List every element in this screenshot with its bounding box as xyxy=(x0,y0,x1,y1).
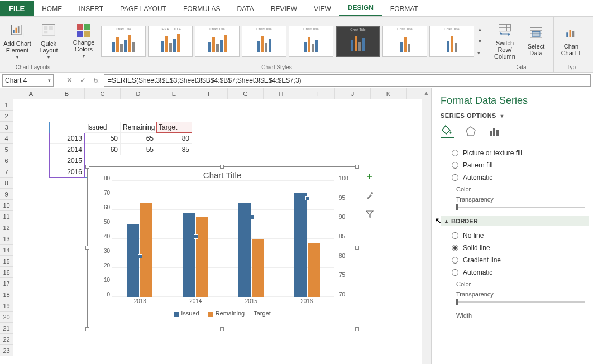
fill-transparency-slider[interactable] xyxy=(456,204,585,210)
x-axis-labels[interactable]: 2013201420152016 xyxy=(112,298,334,304)
border-no-line-radio[interactable]: No line xyxy=(441,229,589,242)
row-header-19[interactable]: 19 xyxy=(0,300,13,312)
row-header-4[interactable]: 4 xyxy=(0,133,13,144)
cell-C3[interactable]: Issued xyxy=(85,122,121,133)
cell-D5[interactable]: 55 xyxy=(121,144,156,155)
effects-tab[interactable] xyxy=(464,124,477,138)
row-header-5[interactable]: 5 xyxy=(0,144,13,155)
tab-page-layout[interactable]: PAGE LAYOUT xyxy=(112,2,175,16)
chart-filters-button[interactable] xyxy=(362,207,377,222)
col-header-K[interactable]: K xyxy=(371,88,407,99)
legend-issued[interactable]: Issued xyxy=(174,310,199,317)
row-header-2[interactable]: 2 xyxy=(0,111,13,122)
col-header-D[interactable]: D xyxy=(121,88,156,99)
row-header-21[interactable]: 21 xyxy=(0,323,13,334)
row-header-6[interactable]: 6 xyxy=(0,155,13,166)
embedded-chart[interactable]: Chart Title 01020304050607080 7075808590… xyxy=(87,166,357,329)
tab-file[interactable]: FILE xyxy=(0,1,34,16)
chart-elements-button[interactable]: + xyxy=(362,169,377,184)
row-header-9[interactable]: 9 xyxy=(0,189,13,200)
legend-remaining[interactable]: Remaining xyxy=(208,310,245,317)
chart-style-3[interactable]: Chart Title xyxy=(195,26,240,57)
border-solid-line-radio[interactable]: Solid line xyxy=(441,242,589,254)
cell-E5[interactable]: 85 xyxy=(156,144,192,155)
name-box[interactable]: Chart 4▾ xyxy=(2,74,54,87)
chart-styles-gallery[interactable]: Chart Title CHART TITLE Chart Title Char… xyxy=(101,26,484,57)
tab-design[interactable]: DESIGN xyxy=(339,1,382,16)
tab-data[interactable]: DATA xyxy=(229,2,262,16)
fill-line-tab[interactable] xyxy=(441,124,454,138)
cell-B7[interactable]: 2016 xyxy=(49,166,85,178)
switch-row-column-button[interactable]: Switch Row/ Column xyxy=(491,22,519,60)
tab-format[interactable]: FORMAT xyxy=(382,2,427,16)
cancel-formula-button[interactable]: ✕ xyxy=(63,74,76,87)
row-header-20[interactable]: 20 xyxy=(0,312,13,323)
col-header-H[interactable]: H xyxy=(264,88,299,99)
row-header-1[interactable]: 1 xyxy=(0,99,13,111)
row-header-16[interactable]: 16 xyxy=(0,267,13,278)
style-gallery-more[interactable]: ▲▼▾ xyxy=(476,26,484,57)
row-header-14[interactable]: 14 xyxy=(0,245,13,256)
tab-home[interactable]: HOME xyxy=(34,2,70,16)
row-header-3[interactable]: 3 xyxy=(0,122,13,133)
fill-automatic-radio[interactable]: Automatic xyxy=(441,171,589,184)
row-header-15[interactable]: 15 xyxy=(0,256,13,267)
cell-D4[interactable]: 65 xyxy=(121,133,156,144)
cell-D3[interactable]: Remaining xyxy=(121,122,156,133)
cells-area[interactable]: Issued Remaining Target 2013 50 65 80 20… xyxy=(13,99,422,364)
chart-style-4[interactable]: Chart Title xyxy=(242,26,286,57)
row-header-18[interactable]: 18 xyxy=(0,289,13,300)
cell-B6[interactable]: 2015 xyxy=(49,155,85,166)
select-all-corner[interactable] xyxy=(0,88,13,99)
chart-style-7[interactable]: Chart Title xyxy=(382,26,427,57)
worksheet-grid[interactable]: ABCDEFGHIJK 1234567891011121314151617181… xyxy=(0,88,431,364)
row-header-8[interactable]: 8 xyxy=(0,178,13,189)
row-header-7[interactable]: 7 xyxy=(0,166,13,178)
chart-plot-area[interactable]: 01020304050607080 707580859095100 xyxy=(112,181,334,297)
add-chart-element-button[interactable]: + Add Chart Element▾ xyxy=(3,23,31,60)
column-headers[interactable]: ABCDEFGHIJK xyxy=(13,88,422,99)
col-header-J[interactable]: J xyxy=(335,88,371,99)
cell-E4[interactable]: 80 xyxy=(156,133,192,144)
row-header-23[interactable]: 23 xyxy=(0,345,13,356)
row-header-13[interactable]: 13 xyxy=(0,233,13,245)
vertical-scrollbar[interactable]: ▲ xyxy=(422,88,431,364)
formula-input[interactable]: =SERIES(Sheet3!$E$3;Sheet3!$B$4:$B$7;She… xyxy=(104,74,591,87)
border-section-header[interactable]: ↖ ▲BORDER xyxy=(441,216,589,226)
tab-view[interactable]: VIEW xyxy=(305,2,339,16)
row-header-11[interactable]: 11 xyxy=(0,211,13,222)
fill-picture-radio[interactable]: Picture or texture fill xyxy=(441,147,589,159)
row-header-22[interactable]: 22 xyxy=(0,334,13,345)
col-header-F[interactable]: F xyxy=(192,88,228,99)
chart-style-8[interactable]: Chart Title xyxy=(429,26,474,57)
cell-C5[interactable]: 60 xyxy=(85,144,121,155)
row-header-10[interactable]: 10 xyxy=(0,200,13,211)
col-header-I[interactable]: I xyxy=(299,88,335,99)
tab-insert[interactable]: INSERT xyxy=(70,2,112,16)
change-chart-type-button[interactable]: Chan Chart T xyxy=(557,26,585,56)
border-automatic-radio[interactable]: Automatic xyxy=(441,266,589,279)
chart-styles-button[interactable] xyxy=(362,188,377,203)
tab-formulas[interactable]: FORMULAS xyxy=(175,2,229,16)
pane-subtitle[interactable]: SERIES OPTIONS ▼ xyxy=(441,112,589,119)
cell-B5[interactable]: 2014 xyxy=(49,144,85,155)
col-header-B[interactable]: B xyxy=(49,88,85,99)
chart-style-2[interactable]: CHART TITLE xyxy=(148,26,193,57)
fx-button[interactable]: fx xyxy=(89,74,103,87)
cell-B4[interactable]: 2013 xyxy=(49,133,85,144)
primary-y-axis[interactable]: 01020304050607080 xyxy=(95,181,110,297)
col-header-C[interactable]: C xyxy=(85,88,121,99)
cell-C4[interactable]: 50 xyxy=(85,133,121,144)
row-headers[interactable]: 1234567891011121314151617181920212223 xyxy=(0,99,13,356)
border-gradient-line-radio[interactable]: Gradient line xyxy=(441,254,589,266)
chart-title[interactable]: Chart Title xyxy=(88,167,357,181)
secondary-y-axis[interactable]: 707580859095100 xyxy=(337,181,353,297)
border-transparency-slider[interactable] xyxy=(456,299,585,305)
row-header-17[interactable]: 17 xyxy=(0,278,13,289)
enter-formula-button[interactable]: ✓ xyxy=(76,74,89,87)
select-data-button[interactable]: Select Data xyxy=(522,26,550,56)
row-header-12[interactable]: 12 xyxy=(0,222,13,233)
change-colors-button[interactable]: Change Colors▾ xyxy=(70,24,98,59)
tab-review[interactable]: REVIEW xyxy=(262,2,305,16)
fill-pattern-radio[interactable]: Pattern fill xyxy=(441,159,589,171)
